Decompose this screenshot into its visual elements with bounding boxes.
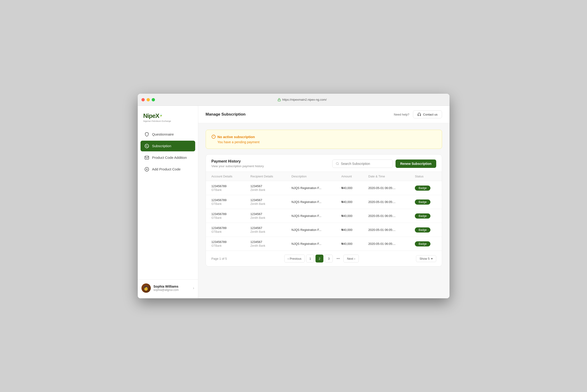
contact-us-button[interactable]: Contact us xyxy=(413,110,442,118)
show-select[interactable]: Show 5 ▾ xyxy=(416,255,436,262)
subscription-icon xyxy=(144,144,149,148)
table-row: 123456789 GTBank 1234567 Zenith Bank NJQ… xyxy=(206,195,442,209)
search-icon xyxy=(336,162,339,166)
cell-account-2: 123456789 GTBank xyxy=(206,209,245,223)
col-amount: Amount xyxy=(336,172,363,181)
sidebar-item-product-code-addition-label: Product Code Addition xyxy=(152,156,187,160)
table-header: Account Details Recipient Details Descri… xyxy=(206,172,442,181)
user-name: Sophia Williams xyxy=(154,284,190,288)
svg-line-10 xyxy=(338,164,339,165)
chevron-left-icon: ‹ xyxy=(288,257,289,260)
sidebar-item-product-code-addition[interactable]: Product Code Addition xyxy=(141,152,195,163)
col-datetime: Date & Time xyxy=(363,172,409,181)
cell-amount-3: ₦40,000 xyxy=(336,223,363,237)
search-input[interactable] xyxy=(341,162,389,166)
warning-icon xyxy=(212,134,216,139)
cell-account-0: 123456789 GTBank xyxy=(206,181,245,195)
cell-status-4: Badge xyxy=(409,237,442,251)
cell-datetime-4: 2020-05-01 06:05:... xyxy=(363,237,409,251)
col-account-details: Account Details xyxy=(206,172,245,181)
next-label: Next xyxy=(347,257,353,260)
svg-rect-0 xyxy=(278,100,281,101)
headset-icon xyxy=(417,112,421,116)
col-status: Status xyxy=(409,172,442,181)
page-3-button[interactable]: 3 xyxy=(325,254,333,262)
payment-header-left: Payment History View your subscription p… xyxy=(212,159,264,168)
sidebar-nav: Questionnaire Subscription xyxy=(138,127,198,280)
close-button[interactable] xyxy=(142,98,145,101)
payment-header-right: Renew Subscription xyxy=(332,160,436,168)
user-info: Sophia Williams sophia@alignui.com xyxy=(154,284,190,292)
cell-status-0: Badge xyxy=(409,181,442,195)
alert-title: No active subscription xyxy=(212,134,436,139)
sidebar-item-questionnaire[interactable]: Questionnaire xyxy=(141,129,195,140)
status-badge: Badge xyxy=(415,214,430,218)
sidebar-item-subscription[interactable]: Subscription xyxy=(141,141,195,151)
status-badge: Badge xyxy=(415,200,430,204)
cell-description-1: NJQS Registration F... xyxy=(286,195,336,209)
col-recipient-details: Recipient Details xyxy=(245,172,286,181)
cell-description-3: NJQS Registration F... xyxy=(286,223,336,237)
payment-header: Payment History View your subscription p… xyxy=(206,154,442,172)
pagination-row: Page 1 of 5 ‹ Previous 1 2 xyxy=(206,251,442,266)
sidebar-item-subscription-label: Subscription xyxy=(152,144,172,148)
cell-description-4: NJQS Registration F... xyxy=(286,237,336,251)
table-row: 123456789 GTBank 1234567 Zenith Bank NJQ… xyxy=(206,209,442,223)
sidebar-item-add-product-code-label: Add Product Code xyxy=(152,167,181,171)
chevron-down-icon: ▾ xyxy=(431,257,433,260)
shield-icon xyxy=(144,132,149,137)
cell-account-4: 123456789 GTBank xyxy=(206,237,245,251)
logo-icon: 🍃 xyxy=(159,114,163,116)
page-2-button[interactable]: 2 xyxy=(315,254,323,262)
header-right: Need help? Contact us xyxy=(394,110,442,118)
minimize-button[interactable] xyxy=(147,98,150,101)
cell-amount-4: ₦40,000 xyxy=(336,237,363,251)
table-row: 123456789 GTBank 1234567 Zenith Bank NJQ… xyxy=(206,181,442,195)
previous-label: Previous xyxy=(290,257,302,260)
sidebar: NipeX 🍃 Nigerian Petroleum Exchange Ques… xyxy=(138,106,198,298)
plus-circle-icon xyxy=(144,167,149,172)
payment-table: Account Details Recipient Details Descri… xyxy=(206,172,442,251)
search-box[interactable] xyxy=(332,160,393,168)
browser-titlebar: https://nipexmain2.nipex-ng.com/ xyxy=(138,94,449,106)
payment-section: Payment History View your subscription p… xyxy=(206,154,442,266)
page-info: Page 1 of 5 xyxy=(212,257,227,260)
pagination-controls: ‹ Previous 1 2 3 xyxy=(284,254,359,262)
logo-text: NipeX xyxy=(143,112,159,120)
need-help-text: Need help? xyxy=(394,113,409,116)
main-body: No active subscription You have a pendin… xyxy=(198,123,449,298)
renew-subscription-button[interactable]: Renew Subscription xyxy=(395,160,436,168)
main-header: Manage Subscription Need help? Contact u… xyxy=(198,106,449,123)
cell-amount-2: ₦40,000 xyxy=(336,209,363,223)
sidebar-logo: NipeX 🍃 Nigerian Petroleum Exchange xyxy=(138,106,198,127)
cell-status-2: Badge xyxy=(409,209,442,223)
cell-account-1: 123456789 GTBank xyxy=(206,195,245,209)
cell-datetime-2: 2020-05-01 06:05:... xyxy=(363,209,409,223)
user-profile[interactable]: 👩 Sophia Williams sophia@alignui.com › xyxy=(138,280,198,298)
next-button[interactable]: Next › xyxy=(343,254,359,262)
col-description: Description xyxy=(286,172,336,181)
maximize-button[interactable] xyxy=(152,98,155,101)
cell-description-2: NJQS Registration F... xyxy=(286,209,336,223)
user-email: sophia@alignui.com xyxy=(154,288,190,292)
ellipsis: ••• xyxy=(334,254,342,262)
contact-us-label: Contact us xyxy=(423,113,437,116)
sidebar-item-add-product-code[interactable]: Add Product Code xyxy=(141,164,195,174)
logo-subtitle: Nigerian Petroleum Exchange xyxy=(143,120,192,122)
cell-recipient-4: 1234567 Zenith Bank xyxy=(245,237,286,251)
cell-status-1: Badge xyxy=(409,195,442,209)
alert-banner: No active subscription You have a pendin… xyxy=(206,130,442,149)
envelope-icon xyxy=(144,155,149,160)
previous-button[interactable]: ‹ Previous xyxy=(284,254,305,262)
payment-history-subtitle: View your subscription payment history xyxy=(212,164,264,168)
cell-amount-0: ₦40,000 xyxy=(336,181,363,195)
payment-history-title: Payment History xyxy=(212,159,264,164)
page-1-button[interactable]: 1 xyxy=(306,254,314,262)
alert-subtitle: You have a pending payment xyxy=(218,140,436,144)
svg-rect-2 xyxy=(145,156,149,159)
cell-recipient-2: 1234567 Zenith Bank xyxy=(245,209,286,223)
svg-point-9 xyxy=(336,162,339,164)
sidebar-item-questionnaire-label: Questionnaire xyxy=(152,132,174,136)
alert-title-text: No active subscription xyxy=(218,135,255,139)
cell-recipient-0: 1234567 Zenith Bank xyxy=(245,181,286,195)
